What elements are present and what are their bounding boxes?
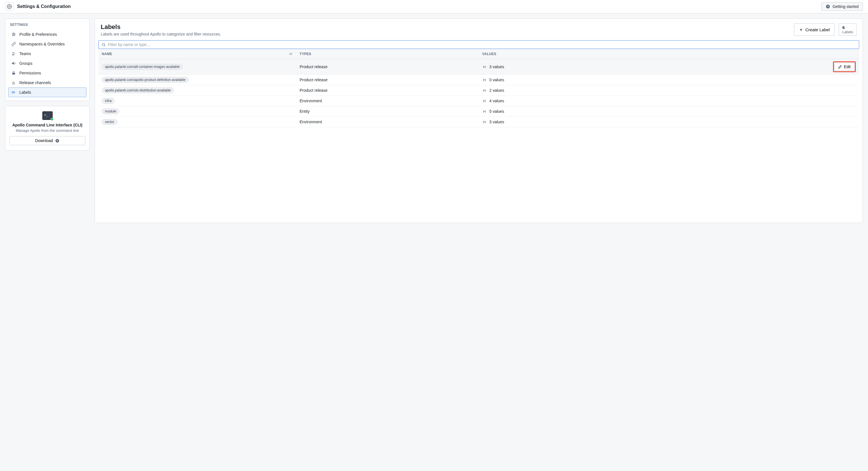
sidebar-item-namespaces-overrides[interactable]: Namespaces & Overrides [8, 39, 87, 49]
table-row[interactable]: sectorEnvironment3 values [98, 117, 859, 127]
table-row[interactable]: apollo.palantir.com/apollo-product-defin… [98, 75, 859, 85]
values-icon [482, 120, 487, 124]
type-cell: Entity [296, 106, 479, 117]
getting-started-label: Getting started [832, 4, 859, 9]
type-cell: Product release [296, 85, 479, 96]
svg-point-4 [14, 34, 16, 35]
labels-table: NAME TYPES VALUES [98, 49, 859, 127]
label-tag: infra [102, 98, 115, 104]
edit-button[interactable]: Edit [834, 63, 854, 71]
values-icon [482, 88, 487, 93]
sort-icon[interactable] [289, 52, 293, 56]
main-header-text: Labels Labels are used throughout Apollo… [101, 23, 221, 36]
edit-label: Edit [844, 65, 851, 69]
column-header-values[interactable]: VALUES [479, 49, 830, 59]
sidebar-item-label: Groups [19, 61, 32, 66]
column-header-name[interactable]: NAME [98, 49, 296, 59]
table-wrap: NAME TYPES VALUES [95, 40, 863, 131]
label-icon [11, 90, 16, 95]
table-row[interactable]: apollo.palantir.com/all-container-images… [98, 59, 859, 75]
settings-panel: SETTINGS Profile & PreferencesNamespaces… [5, 19, 90, 101]
sidebar-item-label: Namespaces & Overrides [19, 42, 65, 46]
values-icon [482, 109, 487, 114]
sidebar-item-profile-preferences[interactable]: Profile & Preferences [8, 30, 87, 39]
values-text: 4 values [490, 99, 504, 103]
values-icon [482, 99, 487, 103]
sliders-icon [11, 32, 16, 37]
svg-point-3 [13, 33, 14, 34]
edit-highlight: Edit [833, 61, 856, 72]
status-dot-icon [51, 118, 54, 121]
page-header-title: Settings & Configuration [17, 4, 70, 9]
type-cell: Environment [296, 117, 479, 127]
svg-point-6 [12, 52, 14, 54]
column-header-types[interactable]: TYPES [296, 49, 479, 59]
values-text: 5 values [490, 109, 504, 114]
values-text: 0 values [490, 77, 504, 82]
download-button[interactable]: Download [9, 136, 85, 145]
megaphone-icon [11, 61, 16, 66]
top-bar-left: Settings & Configuration [5, 2, 70, 11]
labels-count-label: Labels [842, 30, 853, 34]
labels-count-number: 6 [842, 25, 845, 30]
create-label-button[interactable]: Create Label [794, 23, 835, 36]
column-types-label: TYPES [300, 52, 311, 56]
svg-rect-8 [12, 73, 15, 74]
type-cell: Environment [296, 96, 479, 106]
header-actions: Create Label 6 Labels [794, 23, 857, 36]
cli-title: Apollo Command Line Interface (CLI) [9, 123, 85, 127]
sidebar-item-label: Labels [19, 90, 31, 95]
search-icon [101, 43, 106, 47]
pencil-icon [838, 65, 842, 69]
svg-rect-9 [12, 92, 14, 93]
values-text: 3 values [490, 65, 504, 69]
download-icon [55, 139, 59, 143]
cli-subtitle: Manage Apollo from the command line [9, 128, 85, 133]
label-tag: apollo.palantir.com/all-container-images… [102, 64, 183, 70]
filter-input[interactable] [108, 42, 856, 47]
chart-icon [11, 80, 16, 85]
main-description: Labels are used throughout Apollo to cat… [101, 32, 221, 36]
column-header-actions [830, 49, 859, 59]
sidebar-item-labels[interactable]: Labels [8, 88, 87, 97]
table-row[interactable]: infraEnvironment4 values [98, 96, 859, 106]
svg-point-0 [9, 6, 10, 7]
lock-icon [11, 71, 16, 75]
label-tag: sector [102, 119, 118, 125]
people-icon [11, 52, 16, 56]
type-cell: Product release [296, 75, 479, 85]
type-cell: Product release [296, 59, 479, 75]
sidebar-item-permissions[interactable]: Permissions [8, 68, 87, 78]
sidebar-item-label: Teams [19, 52, 31, 56]
label-tag: apollo.palantir.com/sls-distribution-ava… [102, 88, 174, 93]
label-tag: module [102, 108, 119, 114]
sidebar-item-release-channels[interactable]: Release channels [8, 78, 87, 88]
column-values-label: VALUES [482, 52, 497, 56]
settings-heading: SETTINGS [5, 19, 89, 30]
gear-icon [5, 2, 14, 11]
svg-point-7 [14, 53, 15, 54]
cli-panel: Apollo Command Line Interface (CLI) Mana… [5, 106, 90, 150]
sidebar-item-label: Permissions [19, 71, 41, 75]
sidebar-item-label: Release channels [19, 80, 51, 85]
sidebar-item-teams[interactable]: Teams [8, 49, 87, 59]
values-text: 3 values [490, 120, 504, 124]
download-label: Download [35, 138, 53, 143]
values-icon [482, 78, 487, 82]
sidebar-item-groups[interactable]: Groups [8, 59, 87, 68]
main-header: Labels Labels are used throughout Apollo… [95, 19, 863, 40]
labels-count-box: 6 Labels [839, 23, 857, 36]
sidebar: SETTINGS Profile & PreferencesNamespaces… [5, 19, 90, 150]
label-tag: apollo.palantir.com/apollo-product-defin… [102, 77, 189, 83]
table-row[interactable]: apollo.palantir.com/sls-distribution-ava… [98, 85, 859, 96]
sidebar-item-label: Profile & Preferences [19, 32, 57, 37]
values-icon [482, 65, 487, 69]
create-label-text: Create Label [805, 27, 830, 32]
top-bar: Settings & Configuration ? Getting start… [0, 0, 868, 13]
filter-box[interactable] [98, 40, 859, 49]
column-name-label: NAME [102, 52, 112, 56]
main-panel: Labels Labels are used throughout Apollo… [95, 19, 863, 223]
table-row[interactable]: moduleEntity5 values [98, 106, 859, 117]
help-icon: ? [826, 4, 830, 9]
getting-started-button[interactable]: ? Getting started [822, 2, 863, 11]
